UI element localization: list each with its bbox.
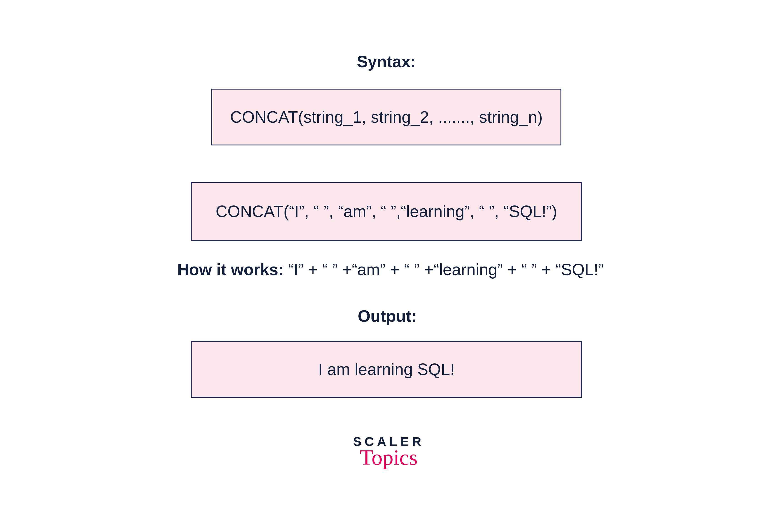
output-text: I am learning SQL! [318,360,455,379]
scaler-topics-logo: SCALER Topics [348,434,430,470]
syntax-text: CONCAT(string_1, string_2, ......., stri… [230,108,543,126]
output-heading: Output: [358,307,417,325]
syntax-box: CONCAT(string_1, string_2, ......., stri… [211,89,561,145]
how-expression: “I” + “ ” +“am” + “ ” +“learning” + “ ” … [288,260,604,279]
syntax-heading: Syntax: [357,52,416,71]
output-box: I am learning SQL! [191,341,582,398]
example-text: CONCAT(“I”, “ ”, “am”, “ ”,“learning”, “… [216,202,557,221]
how-it-works-line: How it works: “I” + “ ” +“am” + “ ” +“le… [177,260,604,279]
logo-topics-word: Topics [348,445,430,470]
example-box: CONCAT(“I”, “ ”, “am”, “ ”,“learning”, “… [191,182,582,241]
diagram-canvas: Syntax: CONCAT(string_1, string_2, .....… [0,0,773,532]
how-label: How it works: [177,260,288,279]
